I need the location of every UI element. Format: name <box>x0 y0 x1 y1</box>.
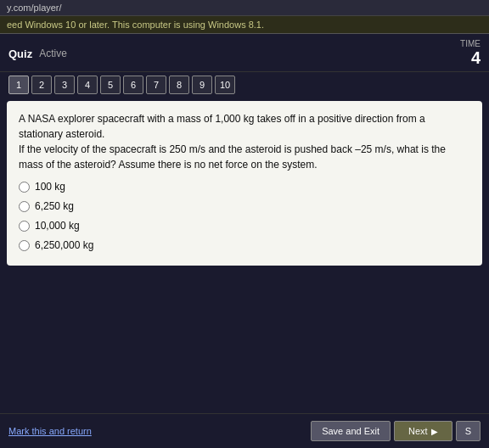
question-number-1[interactable]: 1 <box>8 76 29 94</box>
s-button[interactable]: S <box>456 421 481 441</box>
address-bar: y.com/player/ <box>0 0 489 16</box>
question-text-1: A NASA explorer spacecraft with a mass o… <box>19 111 470 172</box>
quiz-header: Quiz Active TIME 4 <box>0 34 489 72</box>
question-numbers-row: 1 2 3 4 5 6 7 8 9 10 <box>0 72 489 101</box>
next-button[interactable]: Next <box>394 421 452 441</box>
question-number-5[interactable]: 5 <box>100 76 121 94</box>
answer-label-1: 100 kg <box>35 179 65 194</box>
answer-option-3[interactable]: 10,000 kg <box>19 218 470 233</box>
answer-option-4[interactable]: 6,250,000 kg <box>19 238 470 253</box>
answer-option-1[interactable]: 100 kg <box>19 179 470 194</box>
bottom-buttons: Save and Exit Next S <box>311 421 481 441</box>
question-number-7[interactable]: 7 <box>146 76 166 94</box>
active-badge: Active <box>39 48 67 59</box>
warning-bar: eed Windows 10 or later. This computer i… <box>0 16 489 34</box>
url-text: y.com/player/ <box>7 3 62 13</box>
timer-section: TIME 4 <box>460 39 481 68</box>
answer-radio-3[interactable] <box>19 221 30 232</box>
quiz-header-left: Quiz Active <box>8 48 67 60</box>
question-number-2[interactable]: 2 <box>31 76 52 94</box>
answer-options: 100 kg 6,250 kg 10,000 kg 6,250,000 kg <box>19 179 470 253</box>
timer-label: TIME <box>460 39 481 48</box>
question-content: A NASA explorer spacecraft with a mass o… <box>7 101 482 266</box>
warning-text: eed Windows 10 or later. This computer i… <box>7 20 264 30</box>
question-number-9[interactable]: 9 <box>192 76 212 94</box>
question-number-8[interactable]: 8 <box>169 76 189 94</box>
answer-radio-4[interactable] <box>19 240 30 251</box>
answer-label-3: 10,000 kg <box>35 218 80 233</box>
question-line-2: If the velocity of the spacecraft is 250… <box>19 143 446 171</box>
mark-return-link[interactable]: Mark this and return <box>8 426 92 436</box>
answer-radio-2[interactable] <box>19 201 30 212</box>
answer-label-2: 6,250 kg <box>35 199 74 214</box>
quiz-label: Quiz <box>8 48 32 60</box>
bottom-bar: Mark this and return Save and Exit Next … <box>0 413 489 448</box>
question-number-6[interactable]: 6 <box>123 76 143 94</box>
question-number-10[interactable]: 10 <box>215 76 235 94</box>
answer-radio-1[interactable] <box>19 182 30 193</box>
question-number-4[interactable]: 4 <box>77 76 98 94</box>
answer-label-4: 6,250,000 kg <box>35 238 93 253</box>
answer-option-2[interactable]: 6,250 kg <box>19 199 470 214</box>
timer-value: 4 <box>471 48 481 67</box>
question-line-1: A NASA explorer spacecraft with a mass o… <box>19 113 425 140</box>
save-exit-button[interactable]: Save and Exit <box>311 421 391 441</box>
question-number-3[interactable]: 3 <box>54 76 75 94</box>
